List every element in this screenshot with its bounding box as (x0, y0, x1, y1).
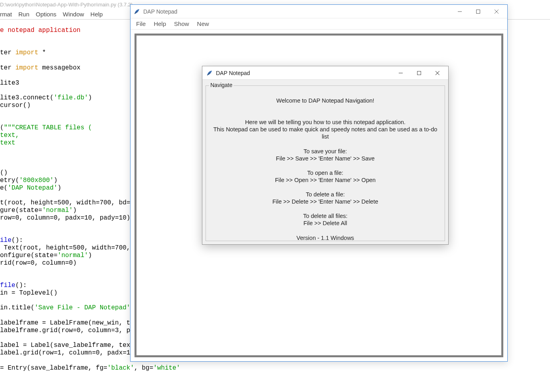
nav-save-heading: To save your file: (210, 148, 441, 155)
code-line: row=0, column=0, padx=10, pady=10) (0, 214, 130, 222)
svg-rect-1 (477, 10, 480, 13)
code-line: file (0, 282, 15, 289)
nav-here: Here we will be telling you how to use t… (210, 119, 441, 126)
close-button[interactable] (487, 5, 506, 18)
code-line: lite3.connect( (0, 94, 53, 101)
code-line: ter (0, 64, 15, 71)
app-titlebar[interactable]: DAP Notepad (131, 5, 507, 18)
nav-open-path: File >> Open >> 'Enter Name' >> Open (210, 176, 441, 184)
code-line: text (0, 139, 15, 147)
code-line: = Entry(save_labelframe, fg= (0, 364, 107, 372)
nav-welcome: Welcome to DAP Notepad Navigation! (210, 97, 441, 104)
code-line: cursor() (0, 102, 31, 109)
code-line: in.title( (0, 304, 34, 311)
dialog-title: DAP Notepad (216, 70, 392, 76)
code-line: ter (0, 49, 15, 56)
nav-version: Version - 1.1 Windows (210, 234, 441, 242)
nav-open-heading: To open a file: (210, 169, 441, 176)
code-line: e notepad application (0, 27, 81, 34)
code-line: rid(row=0, column=0) (0, 259, 77, 267)
feather-icon (206, 70, 213, 76)
app-menu-new[interactable]: New (193, 19, 213, 28)
code-line: Text(root, height=500, width=700, (0, 244, 130, 251)
dialog-titlebar[interactable]: DAP Notepad (202, 66, 448, 80)
code-line: e( (0, 184, 8, 192)
feather-icon (134, 8, 140, 15)
labelframe-legend: Navigate (209, 82, 233, 88)
navigate-dialog: DAP Notepad Navigate Welcome to DAP Note… (202, 66, 449, 245)
code-line: ile (0, 237, 12, 244)
code-line: t(root, height=500, width=700, bd=5 (0, 199, 134, 206)
app-menubar: File Help Show New (131, 18, 507, 30)
nav-delete-heading: To delete a file: (210, 191, 441, 198)
app-menu-file[interactable]: File (132, 19, 150, 28)
code-line: label.grid(row=1, column=0, padx=10 (0, 349, 134, 356)
ide-menu-format[interactable]: rmat (0, 11, 12, 18)
app-menu-help[interactable]: Help (150, 19, 170, 28)
ide-menu-options[interactable]: Options (36, 11, 57, 18)
svg-rect-5 (417, 71, 421, 75)
app-title: DAP Notepad (143, 8, 451, 15)
nav-delete-path: File >> Delete >> 'Enter Name' >> Delete (210, 198, 441, 205)
code-line: () (0, 169, 8, 176)
code-line: etry( (0, 177, 19, 184)
dialog-close-button[interactable] (428, 66, 447, 79)
nav-deleteall-path: File >> Delete All (210, 220, 441, 227)
ide-menu-help[interactable]: Help (91, 11, 103, 18)
code-line: labelframe.grid(row=0, column=3, pa (0, 327, 134, 334)
nav-deleteall-heading: To delete all files: (210, 212, 441, 220)
dialog-maximize-button[interactable] (410, 66, 428, 79)
app-menu-show[interactable]: Show (170, 19, 193, 28)
dialog-minimize-button[interactable] (392, 66, 410, 79)
code-line: gure(state= (0, 207, 42, 214)
code-line: in = Toplevel() (0, 289, 57, 297)
code-line: label = Label(save_labelframe, text (0, 342, 134, 349)
navigate-content: Welcome to DAP Notepad Navigation! Here … (210, 97, 441, 242)
dialog-window-controls (392, 66, 447, 79)
dialog-body: Navigate Welcome to DAP Notepad Navigati… (202, 80, 448, 244)
code-line: ( (0, 124, 4, 131)
nav-save-path: File >> Save >> 'Enter Name' >> Save (210, 155, 441, 162)
ide-title-path: D:\work\python\Notepad-App-With-Python\m… (0, 2, 133, 8)
nav-desc: This Notepad can be used to make quick a… (210, 126, 441, 140)
window-controls (451, 5, 506, 18)
code-line: onfigure(state= (0, 252, 57, 259)
code-line: labelframe = LabelFrame(new_win, te (0, 319, 134, 327)
ide-menu-run[interactable]: Run (18, 11, 30, 18)
ide-menu-window[interactable]: Window (63, 11, 84, 18)
maximize-button[interactable] (469, 5, 487, 18)
code-line: text, (0, 132, 19, 139)
navigate-labelframe: Navigate Welcome to DAP Notepad Navigati… (206, 85, 445, 241)
minimize-button[interactable] (451, 5, 469, 18)
code-line: lite3 (0, 79, 19, 87)
